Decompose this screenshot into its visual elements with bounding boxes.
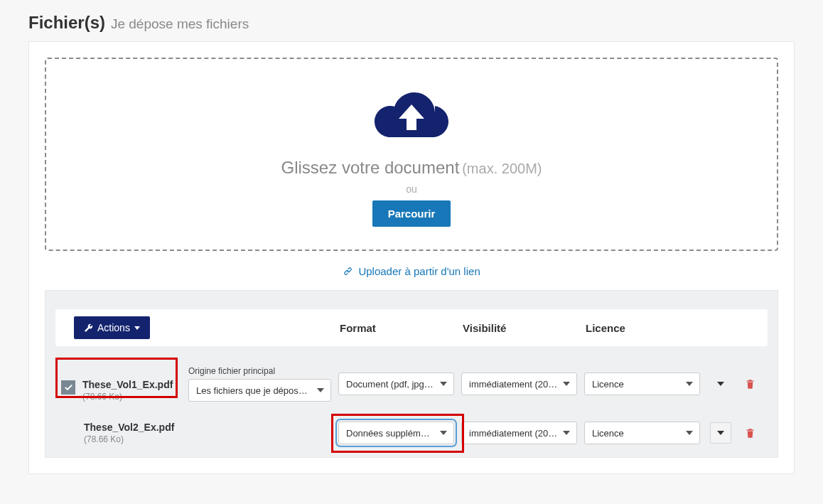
origin-label: Origine fichier principal [188, 366, 331, 376]
actions-button-label: Actions [97, 322, 130, 333]
page-title: Fichier(s) [28, 13, 105, 32]
upload-card: Glissez votre document (max. 200M) ou Pa… [28, 41, 795, 474]
page-header: Fichier(s) Je dépose mes fichiers [28, 0, 795, 41]
dropzone-title: Glissez votre document [281, 158, 460, 177]
format-select[interactable]: Données supplémentaires [338, 422, 454, 444]
actions-button[interactable]: Actions [74, 316, 150, 339]
link-icon [343, 266, 353, 277]
caret-down-icon [717, 382, 724, 386]
upload-from-link-label: Uploader à partir d'un lien [358, 265, 480, 277]
delete-button[interactable] [741, 374, 760, 394]
check-icon [64, 383, 73, 392]
format-select[interactable]: Document (pdf, jpg, ...) [338, 372, 454, 395]
trash-icon [745, 427, 755, 439]
dropzone[interactable]: Glissez votre document (max. 200M) ou Pa… [45, 58, 778, 251]
caret-down-icon [717, 431, 724, 435]
dropzone-or: ou [60, 183, 763, 195]
origin-select[interactable]: Les fichiers que je dépose sont [188, 379, 331, 402]
visibility-select[interactable]: immédiatement (2023) [461, 372, 577, 395]
expand-button[interactable] [710, 373, 731, 395]
licence-select[interactable]: Licence [584, 422, 700, 444]
table-header: Actions Format Visibilité Licence [55, 309, 768, 346]
files-panel: Actions Format Visibilité Licence [45, 290, 778, 458]
checkbox[interactable] [61, 380, 75, 395]
file-row: These_Vol1_Ex.pdf (78.66 Ko) Origine fic… [55, 366, 768, 402]
col-header-licence: Licence [584, 322, 707, 334]
col-header-visibility: Visibilité [461, 322, 584, 334]
col-header-format: Format [338, 322, 461, 334]
file-name: These_Vol1_Ex.pdf [82, 379, 178, 390]
browse-button[interactable]: Parcourir [372, 200, 451, 227]
page-subtitle: Je dépose mes fichiers [111, 16, 249, 31]
file-row: These_Vol2_Ex.pdf (78.66 Ko) Données sup… [55, 422, 768, 444]
upload-from-link[interactable]: Uploader à partir d'un lien [343, 265, 480, 277]
visibility-select[interactable]: immédiatement (2023) [461, 422, 577, 444]
trash-icon [745, 378, 755, 390]
caret-down-icon [134, 326, 140, 330]
checkbox-placeholder [61, 422, 75, 436]
wrench-icon [84, 323, 93, 333]
licence-select[interactable]: Licence [584, 372, 700, 395]
expand-button[interactable] [710, 422, 731, 444]
cloud-upload-icon [372, 87, 451, 145]
file-name: These_Vol2_Ex.pdf [84, 422, 331, 433]
file-size: (78.66 Ko) [82, 392, 178, 402]
file-size: (78.66 Ko) [84, 434, 331, 444]
delete-button[interactable] [741, 423, 760, 443]
dropzone-hint: (max. 200M) [462, 161, 542, 176]
